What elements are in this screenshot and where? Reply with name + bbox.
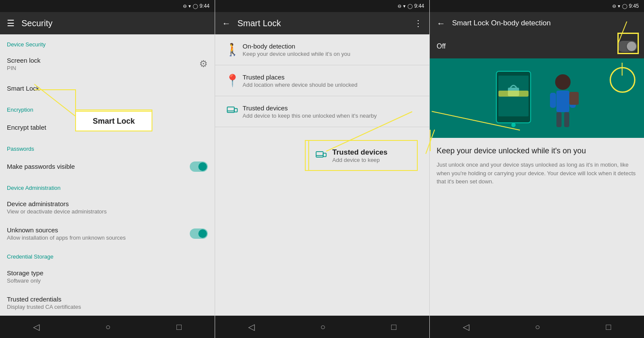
status-bar-2: ⊖ ▾ ◯ 9:44	[215, 0, 429, 12]
toggle-knob-2	[198, 229, 207, 238]
recents-nav-icon-3[interactable]: □	[606, 322, 611, 332]
trusted-credentials-subtitle: Display trusted CA certificates	[7, 304, 208, 310]
app-title-3: Smart Lock On-body detection	[452, 19, 637, 27]
on-body-toggle[interactable]	[617, 41, 637, 52]
on-body-content: On-body detection Keep your device unloc…	[243, 43, 422, 57]
smart-lock-item[interactable]: Smart Lock	[0, 77, 215, 100]
app-title-2: Smart Lock	[237, 18, 407, 28]
unknown-sources-toggle[interactable]	[190, 228, 208, 239]
recents-nav-icon-2[interactable]: □	[391, 322, 396, 332]
section-encryption: Encryption	[0, 100, 215, 116]
svg-rect-3	[313, 152, 320, 157]
status-icons-2: ⊖ ▾ ◯ 9:44	[398, 3, 424, 9]
smart-lock-title: Smart Lock	[7, 85, 208, 92]
svg-point-8	[511, 123, 516, 127]
security-panel: ⊖ ▾ ◯ 9:44 ☰ Security Device security Sc…	[0, 0, 215, 338]
trusted-devices-item[interactable]: Trusted devices Add device to keep this …	[215, 96, 429, 127]
device-icon	[222, 104, 243, 119]
more-icon-2[interactable]: ⋮	[414, 18, 422, 28]
smart-lock-content: Smart Lock	[7, 85, 208, 92]
passwords-visible-title: Make passwords visible	[7, 163, 190, 170]
section-credential-storage: Credential storage	[0, 247, 215, 263]
device-admins-content: Device administrators View or deactivate…	[7, 200, 208, 215]
svg-rect-13	[550, 93, 556, 108]
on-body-subtitle: Keep your device unlocked while it's on …	[243, 51, 422, 57]
device-admins-subtitle: View or deactivate device administrators	[7, 208, 208, 215]
toggle-knob	[198, 162, 207, 171]
svg-rect-15	[556, 112, 562, 127]
app-bar-1: ☰ Security	[0, 12, 215, 34]
section-device-admin: Device administration	[0, 178, 215, 195]
recents-nav-icon-1[interactable]: □	[176, 322, 182, 332]
wifi-icon: ▾	[188, 3, 191, 9]
battery-icon-3: ◯	[622, 3, 627, 9]
app-bar-3: ← Smart Lock On-body detection	[430, 12, 644, 34]
on-body-panel: ⊖ ▾ ◯ 9:45 ← Smart Lock On-body detectio…	[429, 0, 644, 338]
screen-lock-item[interactable]: Screen lock PIN ⚙	[0, 51, 215, 77]
trusted-credentials-item[interactable]: Trusted credentials Display trusted CA c…	[0, 289, 215, 316]
unknown-sources-content: Unknown sources Allow installation of ap…	[7, 226, 190, 241]
walk-icon: 🚶	[222, 43, 243, 57]
trusted-places-title: Trusted places	[243, 73, 422, 81]
gear-icon[interactable]: ⚙	[199, 58, 208, 70]
trusted-places-content: Trusted places Add location where device…	[243, 73, 422, 88]
trusted-places-item[interactable]: 📍 Trusted places Add location where devi…	[215, 65, 429, 96]
p3-toggle-knob	[627, 42, 636, 51]
encrypt-tablet-item[interactable]: Encrypt tablet	[0, 116, 215, 139]
smart-lock-panel: ⊖ ▾ ◯ 9:44 ← Smart Lock ⋮ 🚶 On-body dete…	[215, 0, 429, 338]
status-icons-1: ⊖ ▾ ◯ 9:44	[183, 3, 210, 9]
back-nav-icon-2[interactable]: ◁	[248, 322, 255, 332]
back-icon-2[interactable]: ←	[222, 18, 231, 28]
device-admins-item[interactable]: Device administrators View or deactivate…	[0, 195, 215, 221]
on-body-toggle-row: Off	[430, 34, 644, 58]
description-body: Just unlock once and your device stays u…	[437, 161, 637, 186]
battery-icon: ◯	[193, 3, 198, 9]
app-title-1: Security	[21, 18, 208, 28]
on-body-title: On-body detection	[243, 43, 422, 50]
trusted-devices-subtitle: Add device to keep this one unlocked whe…	[243, 113, 422, 119]
status-bar-3: ⊖ ▾ ◯ 9:45	[430, 0, 644, 12]
trusted-credentials-title: Trusted credentials	[7, 295, 208, 303]
screen-lock-content: Screen lock PIN	[7, 57, 199, 71]
unknown-sources-item[interactable]: Unknown sources Allow installation of ap…	[0, 221, 215, 247]
passwords-visible-item[interactable]: Make passwords visible	[0, 155, 215, 178]
back-nav-icon-3[interactable]: ◁	[463, 322, 469, 332]
menu-icon[interactable]: ☰	[7, 18, 15, 28]
trusted-credentials-content: Trusted credentials Display trusted CA c…	[7, 295, 208, 310]
passwords-visible-content: Make passwords visible	[7, 163, 190, 170]
sim-icon-2: ⊖	[398, 3, 401, 9]
home-nav-icon-2[interactable]: ○	[320, 322, 325, 332]
bottom-nav-2: ◁ ○ □	[215, 316, 429, 338]
trusted-box-text: Trusted devices Add device to keep	[330, 148, 388, 163]
description-area: Keep your device unlocked while it's on …	[430, 138, 644, 316]
sim-icon: ⊖	[183, 3, 187, 9]
location-icon: 📍	[222, 73, 243, 88]
time-3: 9:45	[629, 3, 639, 9]
screen-lock-subtitle: PIN	[7, 65, 199, 71]
sim-icon-3: ⊖	[612, 3, 616, 9]
back-icon-3[interactable]: ←	[437, 18, 445, 28]
trusted-box-title: Trusted devices	[330, 148, 388, 157]
time-2: 9:44	[414, 3, 424, 9]
svg-rect-0	[227, 107, 234, 113]
svg-rect-12	[556, 91, 569, 112]
storage-type-item[interactable]: Storage type Software only	[0, 263, 215, 289]
device-admins-title: Device administrators	[7, 200, 208, 207]
storage-type-title: Storage type	[7, 269, 208, 277]
encrypt-tablet-content: Encrypt tablet	[7, 124, 208, 131]
storage-type-subtitle: Software only	[7, 277, 208, 284]
toggle-label: Off	[437, 43, 617, 50]
passwords-visible-toggle[interactable]	[190, 161, 208, 172]
encrypt-tablet-title: Encrypt tablet	[7, 124, 208, 131]
trusted-box-icon-wrap	[313, 149, 325, 162]
app-bar-2: ← Smart Lock ⋮	[215, 12, 429, 34]
home-nav-icon-3[interactable]: ○	[535, 322, 540, 332]
illustration-svg	[430, 58, 644, 138]
on-body-detection-item[interactable]: 🚶 On-body detection Keep your device unl…	[215, 34, 429, 65]
back-nav-icon-1[interactable]: ◁	[33, 322, 39, 332]
svg-point-11	[555, 74, 571, 90]
home-nav-icon-1[interactable]: ○	[105, 322, 110, 332]
storage-type-content: Storage type Software only	[7, 269, 208, 284]
screen-lock-right: ⚙	[199, 58, 208, 70]
trusted-devices-title: Trusted devices	[243, 104, 422, 112]
